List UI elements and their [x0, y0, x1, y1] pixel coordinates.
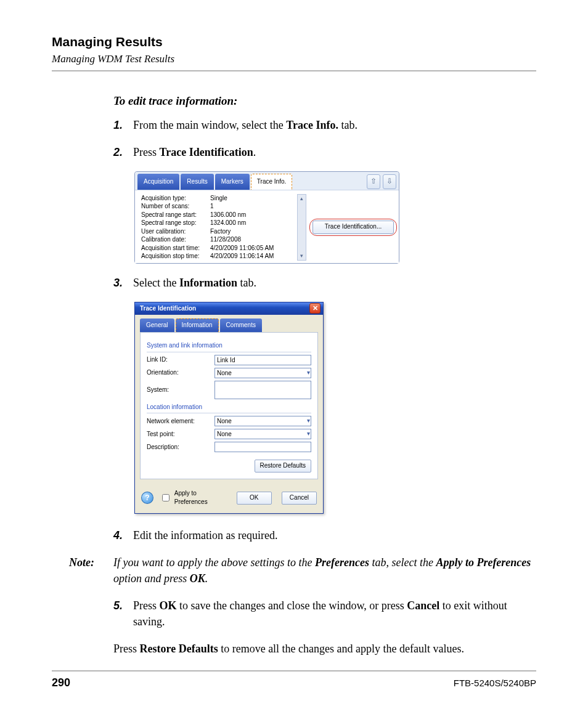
step-text-bold: Information: [179, 277, 237, 289]
dialog-panel: System and link information Link ID: Ori…: [140, 332, 318, 479]
step-text-bold: OK: [160, 599, 177, 612]
list-item: Calibration date:11/28/2008: [141, 235, 293, 244]
group-label-system: System and link information: [147, 341, 311, 352]
description-input[interactable]: [214, 442, 311, 452]
body-paragraph: Press Restore Defaults to remove all the…: [113, 641, 536, 657]
page-header-title: Managing Results: [52, 34, 536, 49]
step-text-post: tab.: [338, 119, 357, 131]
note-text: If you want to apply the above settings …: [113, 554, 536, 586]
step-text: Press OK to save the changes and close t…: [133, 598, 536, 630]
dialog-footer: ? Apply to Preferences OK Cancel: [135, 484, 323, 513]
scrollbar[interactable]: ▴ ▾: [297, 194, 306, 261]
note-mid: option and press: [113, 572, 190, 585]
tab-results[interactable]: Results: [181, 174, 213, 190]
restore-defaults-button[interactable]: Restore Defaults: [255, 460, 311, 473]
list-value: 1324.000 nm: [210, 219, 246, 227]
para-pre: Press: [113, 643, 140, 655]
step-text-pre: Press: [133, 599, 160, 612]
tab-information[interactable]: Information: [176, 318, 219, 333]
step-text: Press Trace Identification.: [133, 144, 536, 160]
list-value: 4/20/2009 11:06:14 AM: [210, 252, 274, 261]
tab-acquisition[interactable]: Acquisition: [137, 174, 179, 190]
screenshot-trace-identification-dialog: Trace Identification ✕ General Informati…: [134, 302, 324, 514]
list-item: Spectral range stop:1324.000 nm: [141, 219, 293, 227]
tab-markers[interactable]: Markers: [215, 174, 250, 190]
list-value: 1: [210, 202, 214, 211]
list-key: User calibration:: [141, 227, 210, 236]
orientation-label: Orientation:: [147, 368, 214, 378]
header-rule: [52, 70, 536, 71]
dialog-titlebar: Trace Identification ✕: [135, 302, 323, 315]
footer-rule: [52, 670, 536, 671]
step-text-bold: Trace Info.: [286, 119, 338, 131]
system-label: System:: [147, 386, 214, 395]
screenshot-trace-info-panel: Acquisition Results Markers Trace Info. …: [134, 171, 399, 264]
step-text: Select the Information tab.: [133, 275, 536, 291]
note-bold: Preferences: [315, 556, 369, 569]
list-key: Acquisition stop time:: [141, 252, 210, 261]
dialog-title: Trace Identification: [140, 304, 196, 314]
step-text-mid: to save the changes and close the window…: [177, 599, 407, 612]
tab-trace-info[interactable]: Trace Info.: [251, 174, 292, 190]
tabbar: Acquisition Results Markers Trace Info. …: [135, 172, 399, 190]
step-number: 1.: [113, 117, 133, 133]
testpoint-select[interactable]: [214, 429, 311, 439]
step-text: From the main window, select the Trace I…: [133, 117, 536, 133]
list-key: Spectral range start:: [141, 211, 210, 219]
step-text-pre: From the main window, select the: [133, 119, 286, 131]
step-number: 4.: [113, 527, 133, 543]
list-value: 4/20/2009 11:06:05 AM: [210, 244, 274, 253]
description-label: Description:: [147, 443, 214, 452]
scroll-up-icon: ▴: [300, 195, 303, 203]
list-item: Acquisition type:Single: [141, 194, 293, 203]
netelem-label: Network element:: [147, 417, 214, 426]
nav-down-button[interactable]: ⇩: [383, 174, 396, 189]
list-item: Acquisition stop time:4/20/2009 11:06:14…: [141, 252, 293, 261]
list-item: User calibration:Factory: [141, 227, 293, 236]
close-icon[interactable]: ✕: [309, 303, 321, 314]
step-text-pre: Press: [133, 146, 160, 158]
trace-identification-button[interactable]: Trace Identification...: [312, 221, 394, 234]
linkid-label: Link ID:: [147, 355, 214, 365]
page-footer: 290 FTB-5240S/5240BP: [52, 670, 536, 689]
para-bold: Restore Defaults: [140, 643, 218, 655]
note-bold: Apply to Preferences: [436, 556, 531, 569]
list-value: Single: [210, 194, 227, 203]
nav-up-button[interactable]: ⇧: [367, 174, 380, 189]
list-item: Number of scans:1: [141, 202, 293, 211]
list-item: Spectral range start:1306.000 nm: [141, 211, 293, 219]
para-post: to remove all the changes and apply the …: [218, 643, 464, 655]
list-key: Acquisition start time:: [141, 244, 210, 253]
testpoint-label: Test point:: [147, 430, 214, 439]
apply-to-preferences-checkbox[interactable]: Apply to Preferences: [160, 489, 231, 507]
group-label-location: Location information: [147, 403, 311, 414]
step-number: 5.: [113, 598, 133, 630]
note-post: .: [205, 572, 208, 585]
help-icon[interactable]: ?: [141, 492, 153, 504]
page-number: 290: [52, 676, 70, 689]
system-textarea[interactable]: [214, 381, 311, 399]
linkid-input[interactable]: [214, 355, 311, 365]
step-text-post: .: [253, 146, 256, 158]
tab-comments[interactable]: Comments: [220, 318, 262, 333]
list-key: Number of scans:: [141, 202, 210, 211]
dialog-tabbar: General Information Comments: [135, 315, 323, 333]
netelem-select[interactable]: [214, 416, 311, 426]
list-key: Calibration date:: [141, 235, 210, 244]
step-text-bold: Cancel: [407, 599, 439, 612]
orientation-select[interactable]: [214, 368, 311, 378]
list-value: 1306.000 nm: [210, 211, 246, 219]
list-key: Spectral range stop:: [141, 219, 210, 227]
note-pre: If you want to apply the above settings …: [113, 556, 315, 569]
step-text-post: tab.: [237, 277, 256, 289]
list-value: Factory: [210, 227, 231, 236]
apply-to-preferences-input[interactable]: [162, 494, 169, 501]
list-item: Acquisition start time:4/20/2009 11:06:0…: [141, 244, 293, 253]
step-number: 2.: [113, 144, 133, 160]
cancel-button[interactable]: Cancel: [282, 492, 317, 505]
list-value: 11/28/2008: [210, 235, 241, 244]
tab-general[interactable]: General: [140, 318, 174, 333]
step-text-pre: Select the: [133, 277, 179, 289]
ok-button[interactable]: OK: [237, 492, 272, 505]
page-header-subtitle: Managing WDM Test Results: [52, 53, 536, 65]
